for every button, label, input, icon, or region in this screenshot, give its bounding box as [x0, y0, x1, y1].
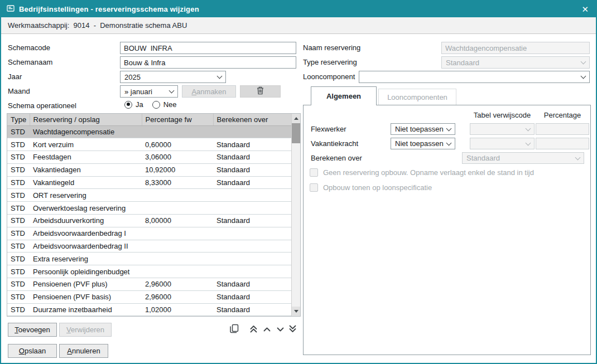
naam-reservering-label: Naam reservering	[303, 42, 360, 54]
flexwerker-value: Niet toepassen	[395, 125, 444, 133]
flexwerker-percentage-input[interactable]	[536, 123, 589, 135]
cell-pct	[142, 253, 213, 265]
cell-name: Pensioenen (PVF basis)	[30, 290, 142, 303]
cell-name: Persoonlijk opleidingenbudget	[30, 265, 142, 278]
tab-algemeen[interactable]: Algemeen	[311, 86, 377, 105]
geen-reservering-checkbox[interactable]	[310, 168, 318, 177]
cell-type: STD	[7, 227, 30, 240]
schema-operationeel-group: Ja Nee	[124, 100, 186, 109]
table-row[interactable]: STDArbeidsvoorwaardenbedrag II	[7, 240, 291, 253]
looncomponent-select[interactable]	[359, 71, 590, 83]
move-to-top-button[interactable]	[247, 324, 259, 335]
annuleren-button[interactable]: Annuleren	[59, 344, 108, 358]
chevron-down-icon	[581, 59, 586, 65]
reservation-table: Type Reservering / opslag Percentage fw …	[7, 113, 301, 317]
table-row[interactable]: STDPensioenen (PVF basis)2,96000Standaar…	[7, 290, 291, 303]
cell-over: Standaard	[213, 290, 291, 303]
table-row[interactable]: STDKort verzuim0,60000Standaard	[7, 138, 291, 151]
chevron-down-icon	[169, 88, 175, 94]
cell-type: STD	[7, 163, 30, 176]
cell-over	[213, 253, 291, 265]
cell-name: Extra reservering	[30, 253, 142, 265]
jaar-value: 2025	[124, 73, 141, 81]
table-row[interactable]: STDWachtdagencompensatie	[7, 125, 291, 138]
vakantiekracht-select[interactable]: Niet toepassen	[391, 138, 455, 149]
cell-name: Feestdagen	[30, 151, 142, 164]
table-row[interactable]: STDPensioenen (PVF plus)2,96000Standaard	[7, 278, 291, 291]
table-row[interactable]: STDArbeidsvoorwaardenbedrag I	[7, 227, 291, 240]
opbouw-tonen-checkbox[interactable]	[310, 183, 318, 192]
naam-reservering-input[interactable]	[441, 42, 590, 54]
chevron-down-icon	[526, 125, 531, 131]
delete-schema-button[interactable]	[240, 85, 281, 98]
move-up-button[interactable]	[261, 324, 273, 335]
maand-value: » januari	[124, 88, 152, 96]
cell-name: Vakantiegeld	[30, 176, 142, 189]
cell-pct: 1,02000	[142, 303, 213, 316]
scrollbar-thumb[interactable]	[292, 123, 300, 143]
cell-over	[213, 240, 291, 253]
table-header-row: Type Reservering / opslag Percentage fw …	[7, 114, 291, 125]
scrollbar[interactable]	[291, 114, 300, 316]
cell-name: Wachtdagencompensatie	[30, 125, 142, 138]
radio-ja-label: Ja	[136, 100, 143, 109]
berekenen-over-value: Standaard	[466, 154, 500, 162]
schemacode-label: Schemacode	[8, 42, 50, 54]
double-chevron-up-icon	[249, 324, 258, 335]
scroll-down-button[interactable]	[292, 307, 300, 316]
scroll-up-button[interactable]	[292, 114, 300, 123]
flexwerker-select[interactable]: Niet toepassen	[391, 123, 455, 135]
cell-pct	[142, 227, 213, 240]
vakantiekracht-tabel-select[interactable]	[470, 138, 535, 149]
table-row[interactable]: STDFeestdagen3,06000Standaard	[7, 151, 291, 164]
chevron-up-icon	[263, 326, 271, 334]
verwijderen-button[interactable]: Verwijderen	[59, 323, 112, 337]
cell-name: Duurzame inzetbaarheid	[30, 303, 142, 316]
cell-type: STD	[7, 202, 30, 215]
double-chevron-down-icon	[288, 324, 297, 335]
cell-name: Pensioenen (PVF plus)	[30, 278, 142, 291]
cell-type: STD	[7, 265, 30, 278]
berekenen-over-select[interactable]: Standaard	[462, 152, 584, 164]
chevron-down-icon	[575, 154, 581, 160]
close-icon[interactable]: ✕	[581, 1, 589, 17]
cell-name: Vakantiedagen	[30, 163, 142, 176]
cell-name: ORT reservering	[30, 189, 142, 202]
maand-select[interactable]: » januari	[120, 85, 178, 98]
copy-button[interactable]	[228, 324, 240, 335]
jaar-select[interactable]: 2025	[120, 71, 226, 83]
radio-nee-label: Nee	[163, 100, 177, 109]
aanmaken-button[interactable]: Aanmaken	[182, 85, 236, 98]
opslaan-button[interactable]: Opslaan	[8, 344, 57, 358]
schemanaam-label: Schemanaam	[8, 56, 52, 69]
flexwerker-tabel-select[interactable]	[470, 123, 535, 135]
type-reservering-select[interactable]: Standaard	[441, 56, 590, 69]
table-row[interactable]: STDVakantiedagen10,92000Standaard	[7, 163, 291, 176]
radio-ja[interactable]	[124, 101, 132, 109]
vakantiekracht-percentage-input[interactable]	[536, 138, 589, 149]
chevron-down-icon	[276, 326, 285, 334]
radio-nee[interactable]	[152, 101, 160, 109]
col-header-type: Type	[7, 114, 30, 125]
schemanaam-input[interactable]	[120, 56, 296, 69]
table-row[interactable]: STDOverwerktoeslag reservering	[7, 202, 291, 215]
looncomponent-label: Looncomponent	[303, 71, 355, 83]
schemacode-input[interactable]	[120, 42, 296, 54]
table-row[interactable]: STDArbeidsduurverkorting8,00000Standaard	[7, 215, 291, 227]
cell-type: STD	[7, 138, 30, 151]
move-to-bottom-button[interactable]	[286, 324, 298, 335]
move-down-button[interactable]	[274, 324, 286, 335]
table-row[interactable]: STDExtra reservering	[7, 253, 291, 265]
operationeel-label: Schema operationeel	[8, 100, 76, 112]
cell-name: Overwerktoeslag reservering	[30, 202, 142, 215]
toevoegen-button[interactable]: Toevoegen	[8, 323, 57, 337]
cell-pct: 2,96000	[142, 290, 213, 303]
table-row[interactable]: STDVakantiegeld8,33000Standaard	[7, 176, 291, 189]
flexwerker-label: Flexwerker	[311, 123, 346, 135]
table-row[interactable]: STDPersoonlijk opleidingenbudget	[7, 265, 291, 278]
tab-looncomponenten[interactable]: Looncomponenten	[378, 89, 456, 105]
cell-over: Standaard	[213, 176, 291, 189]
table-row[interactable]: STDDuurzame inzetbaarheid1,02000Standaar…	[7, 303, 291, 316]
context-text: Werkmaatschappij: 9014 - Demonstratie sc…	[8, 21, 187, 30]
table-row[interactable]: STDORT reservering	[7, 189, 291, 202]
